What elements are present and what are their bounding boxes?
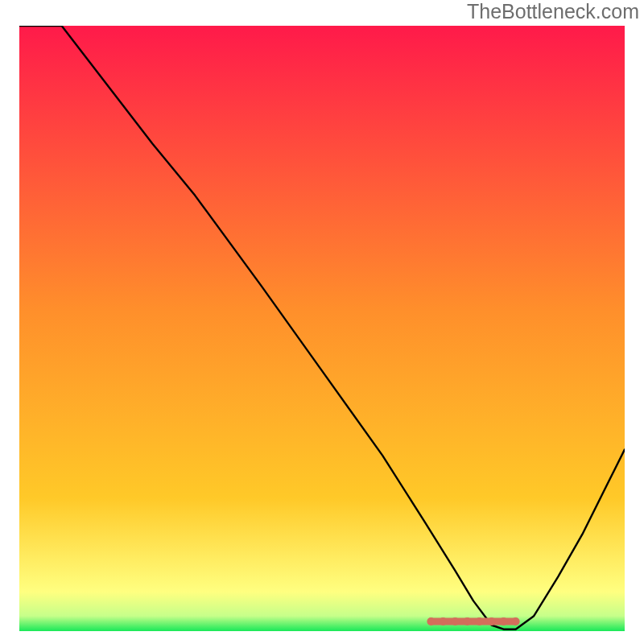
plot-area: [19, 26, 625, 631]
optimal-marker-dot: [500, 617, 508, 625]
optimal-marker-dot: [451, 617, 459, 625]
optimal-marker-dot: [439, 617, 447, 625]
optimal-marker-dot: [512, 617, 520, 625]
optimal-marker-dot: [427, 617, 435, 625]
gradient-background: [19, 26, 625, 631]
optimal-marker-dot: [476, 617, 484, 625]
optimal-marker-dot: [488, 617, 496, 625]
chart-svg: [19, 26, 625, 631]
optimal-marker-dot: [464, 617, 472, 625]
watermark-label: TheBottleneck.com: [467, 0, 639, 23]
optimal-marker-group: [427, 617, 519, 625]
chart-canvas: TheBottleneck.com: [0, 0, 644, 644]
